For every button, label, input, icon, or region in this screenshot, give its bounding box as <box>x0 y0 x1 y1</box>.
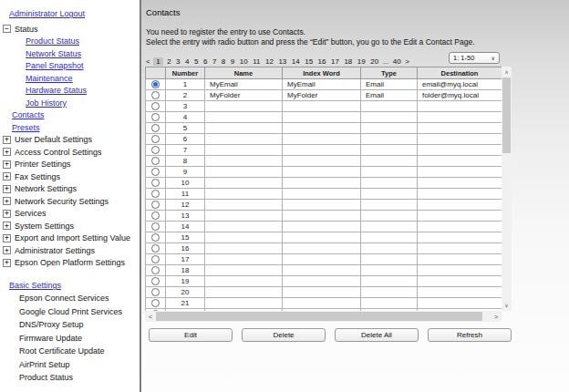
vertical-scrollbar[interactable]: ∧ ∨ <box>502 67 512 311</box>
scroll-right-icon[interactable]: > <box>491 311 502 322</box>
pagination-next[interactable]: > <box>405 57 409 66</box>
row-radio-button[interactable] <box>151 91 160 99</box>
pagination-page-15[interactable]: 15 <box>304 57 314 66</box>
cell-type <box>361 243 418 254</box>
expand-icon[interactable]: + <box>3 160 11 169</box>
sidebar-label-network-security-settings: Network Security Settings <box>15 197 109 206</box>
cell-index-word <box>283 265 361 276</box>
pagination-page-20[interactable]: 20 <box>369 57 379 66</box>
sidebar-link-product-status[interactable]: Product Status <box>26 36 79 46</box>
pagination-page-2[interactable]: 2 <box>166 57 171 66</box>
cell-number: 17 <box>166 254 205 265</box>
pagination-prev[interactable]: < <box>146 57 150 66</box>
pagination-page-10[interactable]: 10 <box>239 57 249 66</box>
cell-type <box>361 200 418 211</box>
table-row: 10 <box>146 178 502 189</box>
expand-icon[interactable]: + <box>3 185 11 193</box>
row-radio-button[interactable] <box>151 255 160 263</box>
row-radio-button[interactable] <box>151 190 160 198</box>
sidebar-link-maintenance[interactable]: Maintenance <box>26 74 73 83</box>
vertical-scrollbar-track[interactable] <box>502 153 512 300</box>
delete-all-button[interactable]: Delete All <box>335 328 419 342</box>
edit-button[interactable]: Edit <box>149 328 233 342</box>
cell-number: 20 <box>166 287 205 298</box>
row-radio-button[interactable] <box>151 102 160 110</box>
row-radio-button[interactable] <box>151 179 160 187</box>
pagination-page-13[interactable]: 13 <box>277 57 287 66</box>
range-dropdown[interactable]: 1: 1-50 ∨ <box>449 52 500 64</box>
pagination-page-9[interactable]: 9 <box>230 57 235 66</box>
sidebar-item-airprint-setup[interactable]: AirPrint Setup <box>9 358 140 372</box>
column-header-name: Name <box>205 67 283 79</box>
sidebar-link-panel-snapshot[interactable]: Panel Snapshot <box>26 61 84 70</box>
row-radio-button[interactable] <box>151 288 160 296</box>
expand-icon[interactable]: + <box>3 259 11 267</box>
expand-icon[interactable]: + <box>3 210 11 218</box>
sidebar-item-root-certificate-update[interactable]: Root Certificate Update <box>9 345 140 358</box>
row-radio-button[interactable] <box>151 146 160 154</box>
sidebar-item-firmware-update[interactable]: Firmware Update <box>9 332 140 346</box>
row-radio-button[interactable] <box>151 201 160 209</box>
row-radio-button[interactable] <box>151 113 160 121</box>
sidebar-item-google-cloud-print-services[interactable]: Google Cloud Print Services <box>9 305 140 319</box>
expand-icon[interactable]: + <box>3 148 11 156</box>
collapse-icon[interactable]: − <box>3 25 11 33</box>
pagination-page-16[interactable]: 16 <box>317 57 327 66</box>
sidebar-link-administrator-logout[interactable]: Administrator Logout <box>9 9 85 18</box>
expand-icon[interactable]: + <box>3 136 11 144</box>
row-radio-button[interactable] <box>151 135 160 143</box>
horizontal-scrollbar-track[interactable] <box>482 311 491 322</box>
expand-icon[interactable]: + <box>3 234 11 242</box>
scroll-down-icon[interactable]: ∨ <box>502 300 512 311</box>
pagination-page-40[interactable]: 40 <box>392 57 402 66</box>
sidebar-link-basic-settings[interactable]: Basic Settings <box>9 281 61 290</box>
pagination-page-4[interactable]: 4 <box>184 57 190 66</box>
row-radio-button[interactable] <box>151 244 160 253</box>
sidebar-link-presets[interactable]: Presets <box>12 123 40 132</box>
row-radio-button[interactable] <box>151 124 160 132</box>
sidebar-link-contacts[interactable]: Contacts <box>12 110 45 119</box>
sidebar-link-job-history[interactable]: Job History <box>26 98 67 108</box>
row-radio-button[interactable] <box>151 299 160 307</box>
refresh-button[interactable]: Refresh <box>428 328 512 342</box>
sidebar-item-epson-connect-services[interactable]: Epson Connect Services <box>9 292 140 305</box>
row-radio-button[interactable] <box>151 80 160 88</box>
row-radio-button[interactable] <box>151 211 160 220</box>
row-radio-button[interactable] <box>151 233 160 242</box>
pagination-page-3[interactable]: 3 <box>175 57 181 66</box>
expand-icon[interactable]: + <box>3 222 11 230</box>
sidebar-link-network-status[interactable]: Network Status <box>26 49 81 58</box>
table-row: 11 <box>146 189 502 200</box>
row-radio-button[interactable] <box>151 310 160 311</box>
delete-button[interactable]: Delete <box>242 328 326 342</box>
sidebar-link-hardware-status[interactable]: Hardware Status <box>26 86 87 95</box>
expand-icon[interactable]: + <box>3 197 11 205</box>
horizontal-scrollbar[interactable]: < > <box>145 311 502 322</box>
pagination-page-14[interactable]: 14 <box>291 57 301 66</box>
sidebar-item-dns-proxy-setup[interactable]: DNS/Proxy Setup <box>9 318 140 332</box>
pagination-page-19[interactable]: 19 <box>357 57 367 66</box>
vertical-scrollbar-thumb[interactable] <box>502 77 511 153</box>
pagination-page-1[interactable]: 1 <box>153 57 162 66</box>
pagination-page-8[interactable]: 8 <box>221 57 226 66</box>
expand-icon[interactable]: + <box>3 172 11 181</box>
horizontal-scrollbar-thumb[interactable] <box>156 312 482 321</box>
expand-icon[interactable]: + <box>3 246 11 254</box>
scroll-left-icon[interactable]: < <box>145 311 156 322</box>
pagination-page-6[interactable]: 6 <box>202 57 208 66</box>
scroll-up-icon[interactable]: ∧ <box>502 67 512 77</box>
pagination-page-11[interactable]: 11 <box>252 57 261 66</box>
pagination-page-7[interactable]: 7 <box>212 57 217 66</box>
pagination-page-12[interactable]: 12 <box>264 57 274 66</box>
cell-index-word <box>283 243 361 254</box>
pagination-page-5[interactable]: 5 <box>193 57 199 66</box>
app-window: Administrator Logout −StatusProduct Stat… <box>0 0 569 392</box>
row-radio-button[interactable] <box>151 168 160 176</box>
row-radio-button[interactable] <box>151 222 160 231</box>
pagination-page-17[interactable]: 17 <box>330 57 340 66</box>
row-radio-button[interactable] <box>151 266 160 274</box>
pagination-page-18[interactable]: 18 <box>343 57 353 66</box>
row-radio-button[interactable] <box>151 277 160 285</box>
sidebar-item-product-status[interactable]: Product Status <box>9 371 140 385</box>
row-radio-button[interactable] <box>151 157 160 165</box>
